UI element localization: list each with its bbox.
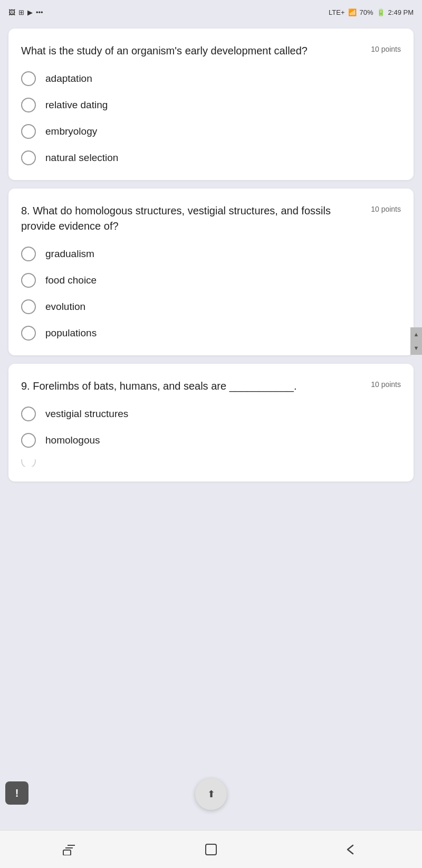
svg-rect-3 xyxy=(206,844,216,855)
question-7-options: adaptation relative dating embryology na… xyxy=(21,71,401,165)
alert-badge[interactable]: ! xyxy=(5,781,28,805)
q9-label-2: homologous xyxy=(45,434,100,447)
network-type: LTE+ xyxy=(329,8,344,16)
question-7-points: 10 points xyxy=(371,43,401,53)
nav-back-button[interactable] xyxy=(336,834,368,865)
question-8-text: 8. What do homologous structures, vestig… xyxy=(21,203,371,234)
question-9-text: 9. Forelimbs of bats, humans, and seals … xyxy=(21,379,371,394)
q8-label-1: gradualism xyxy=(45,248,94,261)
q8-radio-2[interactable] xyxy=(21,273,36,288)
back-icon xyxy=(344,843,359,856)
q9-option-2[interactable]: homologous xyxy=(21,433,401,448)
video-icon: ▶ xyxy=(27,8,33,16)
q7-option-4[interactable]: natural selection xyxy=(21,150,401,165)
q8-option-1[interactable]: gradualism xyxy=(21,247,401,261)
home-icon xyxy=(204,843,218,856)
q9-radio-2[interactable] xyxy=(21,433,36,448)
q8-radio-4[interactable] xyxy=(21,326,36,341)
q8-label-4: populations xyxy=(45,327,97,340)
question-card-7: What is the study of an organism's early… xyxy=(8,29,414,180)
q8-label-3: evolution xyxy=(45,300,85,314)
recent-apps-icon xyxy=(63,844,78,855)
image2-icon: ⊞ xyxy=(18,8,24,16)
question-7-text: What is the study of an organism's early… xyxy=(21,43,371,59)
status-right-info: LTE+ 📶 70% 🔋 2:49 PM xyxy=(329,8,414,16)
q7-label-4: natural selection xyxy=(45,152,118,165)
q7-radio-4[interactable] xyxy=(21,150,36,165)
svg-rect-0 xyxy=(63,850,71,855)
page-wrapper: 🖼 ⊞ ▶ ••• LTE+ 📶 70% 🔋 2:49 PM What is t… xyxy=(0,0,422,868)
battery-percent: 70% xyxy=(360,8,373,16)
scroll-up-btn[interactable]: ▲ xyxy=(410,327,422,341)
q9-label-1: vestigial structures xyxy=(45,408,128,421)
q8-option-3[interactable]: evolution xyxy=(21,299,401,314)
q8-radio-3[interactable] xyxy=(21,299,36,314)
signal-icon: 📶 xyxy=(348,8,357,16)
alert-icon: ! xyxy=(15,787,19,799)
q7-option-2[interactable]: relative dating xyxy=(21,98,401,112)
time-display: 2:49 PM xyxy=(388,8,414,16)
question-9-header: 9. Forelimbs of bats, humans, and seals … xyxy=(21,379,401,394)
scroll-top-icon: ⬆ xyxy=(207,788,215,800)
question-8-header: 8. What do homologous structures, vestig… xyxy=(21,203,401,234)
battery-icon: 🔋 xyxy=(377,8,385,16)
q7-radio-3[interactable] xyxy=(21,124,36,139)
image-icon: 🖼 xyxy=(8,8,15,16)
q9-radio-1[interactable] xyxy=(21,407,36,421)
bottom-nav-bar xyxy=(0,830,422,868)
scroll-indicator: ▲ ▼ xyxy=(410,327,422,355)
q7-radio-1[interactable] xyxy=(21,71,36,86)
question-8-points: 10 points xyxy=(371,203,401,213)
status-left-icons: 🖼 ⊞ ▶ ••• xyxy=(8,8,43,16)
question-8-options: gradualism food choice evolution populat… xyxy=(21,247,401,341)
scroll-to-top-button[interactable]: ⬆ xyxy=(195,778,227,810)
question-9-points: 10 points xyxy=(371,379,401,389)
q8-label-2: food choice xyxy=(45,274,97,287)
q8-option-2[interactable]: food choice xyxy=(21,273,401,288)
q9-option-3[interactable] xyxy=(21,459,401,467)
q9-radio-3[interactable] xyxy=(21,459,36,467)
q9-option-1[interactable]: vestigial structures xyxy=(21,407,401,421)
question-9-options: vestigial structures homologous xyxy=(21,407,401,467)
q8-option-4[interactable]: populations xyxy=(21,326,401,341)
q8-radio-1[interactable] xyxy=(21,247,36,261)
scroll-down-btn[interactable]: ▼ xyxy=(410,341,422,355)
page-content: What is the study of an organism's early… xyxy=(0,23,422,830)
question-card-9: 9. Forelimbs of bats, humans, and seals … xyxy=(8,364,414,482)
nav-recent-apps-button[interactable] xyxy=(54,834,86,865)
q7-label-1: adaptation xyxy=(45,72,92,86)
more-icon: ••• xyxy=(36,8,43,16)
q7-label-2: relative dating xyxy=(45,99,108,112)
q7-radio-2[interactable] xyxy=(21,98,36,112)
q7-label-3: embryology xyxy=(45,125,97,138)
question-7-header: What is the study of an organism's early… xyxy=(21,43,401,59)
question-card-8: 8. What do homologous structures, vestig… xyxy=(8,188,414,355)
q7-option-3[interactable]: embryology xyxy=(21,124,401,139)
status-bar: 🖼 ⊞ ▶ ••• LTE+ 📶 70% 🔋 2:49 PM xyxy=(0,0,422,23)
nav-home-button[interactable] xyxy=(195,834,227,865)
q7-option-1[interactable]: adaptation xyxy=(21,71,401,86)
